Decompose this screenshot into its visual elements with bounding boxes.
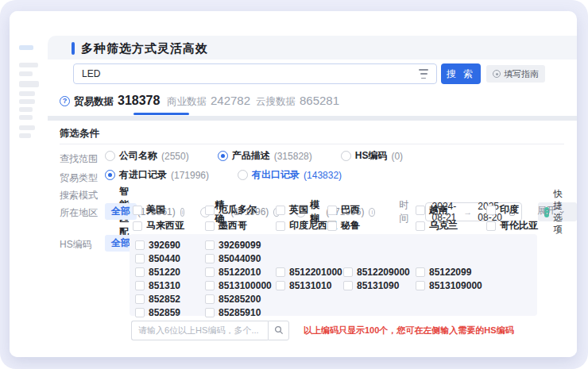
checkbox-unchecked-icon[interactable] <box>276 206 285 215</box>
checkbox-label: 墨西哥 <box>219 219 247 233</box>
checkbox-option[interactable]: 巴西 <box>327 203 416 217</box>
search-button[interactable]: 搜 索 <box>441 63 481 84</box>
radio-checked-icon[interactable] <box>218 151 228 161</box>
hs-search-button[interactable] <box>268 321 289 340</box>
checkbox-option[interactable]: 墨西哥 <box>205 219 276 233</box>
checkbox-unchecked-icon[interactable] <box>276 267 285 277</box>
region-all-button[interactable]: 全部 <box>105 203 137 220</box>
checkbox-option[interactable]: 秘鲁 <box>327 219 416 233</box>
checkbox-label: 马来西亚 <box>146 219 184 233</box>
checkbox-unchecked-icon[interactable] <box>486 221 496 231</box>
checkbox-unchecked-icon[interactable] <box>276 221 285 231</box>
checkbox-unchecked-icon[interactable] <box>135 281 145 290</box>
tab-count: 318378 <box>118 94 160 108</box>
scope-option[interactable]: 产品描述(315828) <box>218 149 312 163</box>
checkbox-option[interactable]: 852859 <box>135 307 205 318</box>
checkbox-unchecked-icon[interactable] <box>327 206 337 215</box>
fill-guide-button[interactable]: 填写指南 <box>486 65 545 83</box>
radio-unchecked-icon[interactable] <box>238 170 248 180</box>
tab-business-data[interactable]: 商业数据242782 <box>167 94 250 109</box>
checkbox-unchecked-icon[interactable] <box>135 254 145 263</box>
radio-unchecked-icon[interactable] <box>341 151 351 161</box>
checkbox-unchecked-icon[interactable] <box>486 206 496 215</box>
checkbox-option[interactable]: 851310 <box>135 280 205 291</box>
checkbox-label: 392690 <box>149 240 180 251</box>
checkbox-unchecked-icon[interactable] <box>205 254 215 263</box>
search-input[interactable] <box>74 68 418 79</box>
checkbox-unchecked-icon[interactable] <box>205 240 215 250</box>
tab-cloud-search-data[interactable]: 云搜数据865281 <box>256 94 339 109</box>
scope-option[interactable]: 公司名称(2550) <box>105 149 189 163</box>
checkbox-option[interactable]: 852852 <box>135 294 205 305</box>
checkbox-unchecked-icon[interactable] <box>205 206 215 215</box>
checkbox-option[interactable]: 85285910 <box>205 307 276 318</box>
radio-checked-icon[interactable] <box>105 170 115 180</box>
checkbox-label: 越南 <box>429 203 448 217</box>
checkbox-unchecked-icon[interactable] <box>343 267 353 277</box>
checkbox-unchecked-icon[interactable] <box>416 267 425 277</box>
checkbox-option[interactable]: 850440 <box>135 253 205 264</box>
hs-input-group <box>131 321 289 340</box>
checkbox-unchecked-icon[interactable] <box>205 267 215 277</box>
skeleton-bar <box>19 71 33 76</box>
checkbox-unchecked-icon[interactable] <box>133 221 142 231</box>
checkbox-option[interactable]: 英国 <box>276 203 327 217</box>
checkbox-label: 852852 <box>149 294 180 305</box>
checkbox-option[interactable]: 85131090 <box>343 280 416 291</box>
checkbox-unchecked-icon[interactable] <box>343 281 353 290</box>
checkbox-option[interactable]: 851220 <box>135 267 205 278</box>
skeleton-bar <box>19 91 35 96</box>
checkbox-option[interactable]: 85122010 <box>205 267 276 278</box>
checkbox-option[interactable]: 印度 <box>486 203 542 217</box>
checkbox-option[interactable]: 8513100000 <box>205 280 276 291</box>
checkbox-option[interactable]: 39269099 <box>205 240 276 251</box>
checkbox-unchecked-icon[interactable] <box>416 206 425 215</box>
checkbox-option[interactable]: 美国 <box>133 203 205 217</box>
checkbox-unchecked-icon[interactable] <box>135 240 145 250</box>
checkbox-unchecked-icon[interactable] <box>416 281 425 290</box>
checkbox-option[interactable]: 厄瓜多尔 <box>205 203 276 217</box>
checkbox-unchecked-icon[interactable] <box>416 221 425 231</box>
checkbox-unchecked-icon[interactable] <box>133 206 142 215</box>
option-label: HS编码 <box>355 149 388 163</box>
hs-code-input[interactable] <box>131 321 268 340</box>
checkbox-option[interactable]: 乌克兰 <box>416 219 486 233</box>
checkbox-unchecked-icon[interactable] <box>205 308 215 317</box>
checkbox-unchecked-icon[interactable] <box>135 294 145 304</box>
region-row-1: 美国厄瓜多尔英国巴西越南印度 <box>133 203 542 217</box>
title-row: 多种筛选方式灵活高效 <box>48 36 577 60</box>
option-count: (143832) <box>304 170 342 181</box>
checkbox-option[interactable]: 392690 <box>135 240 205 251</box>
checkbox-label: 851220 <box>149 267 180 278</box>
checkbox-option[interactable]: 8512201000 <box>276 267 343 278</box>
checkbox-option[interactable]: 印度尼西亚 <box>276 219 327 233</box>
trade-type-option[interactable]: 有进口记录(171996) <box>105 168 209 182</box>
checkbox-option[interactable]: 哥伦比亚 <box>486 219 542 233</box>
radio-unchecked-icon[interactable] <box>105 151 115 161</box>
checkbox-option[interactable]: 85122099 <box>416 267 487 278</box>
tab-trade-data[interactable]: ?贸易数据318378 <box>60 94 160 109</box>
guide-label: 填写指南 <box>504 68 539 80</box>
checkbox-option[interactable]: 85044090 <box>205 253 276 264</box>
checkbox-option[interactable]: 8512209000 <box>343 267 416 278</box>
checkbox-option[interactable]: 85285200 <box>205 294 276 305</box>
scope-option[interactable]: HS编码(0) <box>341 149 403 163</box>
checkbox-option[interactable]: 马来西亚 <box>133 219 205 233</box>
trade-type-option[interactable]: 有出口记录(143832) <box>238 168 342 182</box>
checkbox-unchecked-icon[interactable] <box>327 221 337 231</box>
checkbox-unchecked-icon[interactable] <box>135 267 145 277</box>
checkbox-unchecked-icon[interactable] <box>276 281 285 290</box>
checkbox-option[interactable]: 85131010 <box>276 280 343 291</box>
checkbox-option[interactable]: 8513109000 <box>416 280 487 291</box>
checkbox-unchecked-icon[interactable] <box>205 281 215 290</box>
hs-code-row: 85285285285200 <box>130 292 537 306</box>
guide-info-icon <box>493 70 501 78</box>
filter-lines-icon[interactable] <box>418 69 429 79</box>
checkbox-unchecked-icon[interactable] <box>135 308 145 317</box>
option-count: (2550) <box>161 151 189 162</box>
checkbox-unchecked-icon[interactable] <box>205 294 215 304</box>
checkbox-unchecked-icon[interactable] <box>205 221 215 231</box>
checkbox-option[interactable]: 越南 <box>416 203 486 217</box>
checkbox-label: 850440 <box>149 253 180 264</box>
expand-link[interactable]: 展开 ⌄ <box>537 205 566 217</box>
